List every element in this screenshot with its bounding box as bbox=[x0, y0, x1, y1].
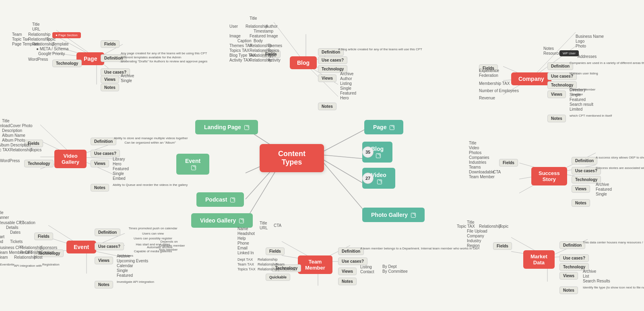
md-views-label: Views bbox=[559, 272, 578, 280]
video-gallery-center-node[interactable]: Video Gallery bbox=[191, 213, 253, 228]
md-list-view: List bbox=[583, 274, 589, 278]
ss-usecases-text: Success stories are associated with auth… bbox=[596, 166, 644, 170]
event-upcoming-view: Upcoming Events bbox=[117, 259, 148, 263]
svg-line-7 bbox=[322, 161, 366, 213]
team-member-node[interactable]: Team Member bbox=[298, 255, 332, 274]
page-fields-label: Fields bbox=[101, 40, 120, 48]
company-usecases-text: Maintain user listing bbox=[570, 72, 598, 75]
page-definition-text2: Different templates available for the Ad… bbox=[121, 56, 193, 59]
blog-badge: 35 bbox=[362, 146, 374, 158]
vg-library-view: Library bbox=[113, 157, 125, 161]
page-technology-label: Technology bbox=[52, 60, 82, 67]
page-archive-label: Archive bbox=[121, 74, 134, 78]
vg-relationship-field: Relationship bbox=[10, 148, 32, 152]
event-node[interactable]: Event bbox=[176, 154, 209, 175]
event-host-field: Host bbox=[34, 255, 43, 260]
tm-phone-field: Phone bbox=[237, 241, 249, 245]
event-def-view: Users can view bbox=[119, 232, 187, 235]
page-relationship3-field: Relationship bbox=[32, 42, 54, 46]
blog-timestamp-field: Timestamp bbox=[254, 29, 273, 33]
vg-definition-text1: Ability to store and manage multiple vid… bbox=[114, 136, 186, 140]
vg-embed-view: Embed bbox=[113, 176, 126, 181]
podcast-node[interactable]: Podcast bbox=[196, 192, 244, 207]
photo-gallery-link-icon bbox=[411, 213, 416, 218]
photo-gallery-node[interactable]: Photo Gallery bbox=[362, 208, 425, 222]
blog-themes-tax-field: Themes TAX bbox=[229, 43, 252, 48]
vg-wordpress-label: WordPress bbox=[0, 159, 20, 163]
blog-detail-node[interactable]: Blog bbox=[290, 56, 317, 69]
page-meta-field: ● META / Schema bbox=[36, 47, 68, 51]
company-notes-field: Notes bbox=[543, 46, 554, 51]
company-detail-node[interactable]: Company bbox=[511, 72, 551, 85]
ss-industries-field: Industries bbox=[469, 160, 486, 165]
tm-headshot-field: Headshot bbox=[237, 231, 255, 236]
event-banner-field: Banner bbox=[0, 215, 9, 220]
event-views-label: Views bbox=[95, 257, 113, 264]
blog-link-icon bbox=[376, 153, 381, 158]
ss-notes-label: Notes bbox=[572, 199, 590, 207]
blog-topics-tax-field: Topics TAX bbox=[229, 48, 250, 53]
blog-topics-field: Topics bbox=[268, 48, 279, 53]
blog-views-label: Views bbox=[318, 74, 336, 82]
event-detail-node[interactable]: Event bbox=[66, 241, 96, 253]
tm-dept-relationship-field: Relationship bbox=[258, 257, 278, 262]
ss-single-view: Single bbox=[596, 192, 607, 196]
blog-activity-field: Activity bbox=[268, 58, 281, 62]
event-contact-field: Contact bbox=[40, 250, 54, 255]
svg-line-6 bbox=[322, 159, 366, 185]
blog-featured-view: Featured bbox=[340, 91, 356, 95]
svg-line-4 bbox=[322, 129, 366, 152]
vg-album-description-field: Album Description bbox=[0, 143, 31, 147]
tm-fields-label: Fields bbox=[266, 247, 285, 255]
vg-featured-view: Featured bbox=[113, 167, 129, 171]
vg-album-name-field: Album Name bbox=[2, 133, 25, 138]
page-definition-text3: Moderating "Drafts" for Authors to revie… bbox=[121, 60, 201, 63]
ss-title-field: Title bbox=[469, 141, 477, 145]
event-start-field: Start bbox=[0, 235, 4, 239]
landing-page-node[interactable]: Landing Page bbox=[195, 120, 258, 134]
blog-archive-view: Archive bbox=[340, 72, 353, 76]
blog-notes-label: Notes bbox=[318, 103, 336, 110]
vg-topic-tax-field: Topic TAX bbox=[0, 148, 10, 152]
blog-relationship-field: Relationship bbox=[246, 24, 268, 29]
video-gallery-detail-node[interactable]: Video Gallery bbox=[54, 150, 87, 168]
event-team-field: Team bbox=[0, 255, 8, 260]
event-calendar-view: Calendar bbox=[117, 264, 133, 268]
md-notes-text: Identify file type (to show icon next to… bbox=[583, 286, 644, 289]
ss-downloadable-field: Downloadable bbox=[469, 170, 494, 174]
ss-featured-view: Featured bbox=[596, 187, 612, 192]
vg-notes-label: Notes bbox=[91, 184, 109, 192]
vg-definition-text2: Can be organized within an "Album" bbox=[114, 141, 186, 144]
page-node[interactable]: Page bbox=[364, 120, 403, 134]
company-definition-text: Companies are used in a variety of diffe… bbox=[570, 61, 644, 65]
blog-single-view: Single bbox=[340, 86, 351, 91]
market-data-node[interactable]: Market Data bbox=[523, 250, 555, 269]
blog-type-field: Type bbox=[268, 53, 277, 58]
vg-topics-field: Topics bbox=[30, 148, 41, 152]
tm-by-committee: By Committee bbox=[382, 269, 408, 274]
central-node[interactable]: Content Types bbox=[260, 144, 324, 172]
event-sponsors-field: Sponsors bbox=[40, 245, 57, 250]
ss-team-member-field: Team Member bbox=[469, 175, 495, 179]
event-notes-label: Notes bbox=[95, 281, 113, 288]
tm-views-label: Views bbox=[338, 268, 357, 275]
event-relationship2-field: Relationship bbox=[20, 250, 42, 255]
ss-video-field: Video bbox=[469, 146, 479, 150]
company-address-field: Addresses bbox=[578, 54, 597, 59]
company-federation-field: Federation bbox=[479, 73, 498, 78]
tm-quickable-label: Quickable bbox=[266, 274, 290, 281]
success-story-node[interactable]: Success Story bbox=[531, 167, 567, 185]
md-definition-label: Definition bbox=[559, 241, 585, 249]
video-badge: 27 bbox=[362, 173, 374, 184]
company-notes-text: which CPT mentioned in itself bbox=[570, 114, 612, 117]
company-investor-field: Investor bbox=[572, 93, 583, 96]
tm-topics-tax-field: Topics TAX bbox=[237, 267, 256, 271]
company-employees-field: Number of Employees bbox=[479, 89, 519, 93]
page-wordpress-label: WordPress bbox=[28, 57, 48, 62]
blog-featured-image-field: Featured Image bbox=[250, 34, 278, 38]
md-topic-tax-field: Topic TAX bbox=[457, 224, 475, 229]
tm-name-field: Name bbox=[237, 227, 248, 231]
page-relationship-field: Relationship bbox=[28, 32, 50, 37]
vg-hero-view: Hero bbox=[113, 162, 122, 166]
vg-notes-text: Ability to Queue and reorder the videos … bbox=[113, 183, 188, 187]
